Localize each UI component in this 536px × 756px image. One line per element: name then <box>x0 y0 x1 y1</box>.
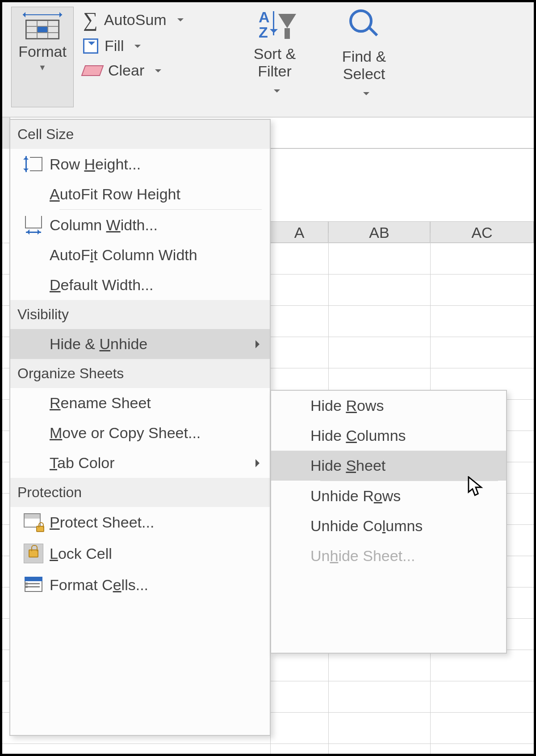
find-label-2: Select <box>324 65 404 83</box>
submenu-unhide-cols[interactable]: Unhide Columns <box>271 511 506 541</box>
menu-hide-unhide[interactable]: Hide & Unhide <box>10 329 270 359</box>
menu-col-width[interactable]: Column Width... <box>10 210 270 240</box>
format-button[interactable]: Format ▼ <box>11 7 74 107</box>
menu-tab-color[interactable]: Tab Color <box>10 448 270 478</box>
menu-col-width-label: Column Width... <box>50 216 264 234</box>
sort-filter-button[interactable]: AZ Sort & Filter <box>239 8 310 97</box>
lock-cell-icon <box>24 544 43 563</box>
row-height-icon <box>25 155 42 173</box>
format-label: Format <box>12 43 73 60</box>
chevron-right-icon <box>255 459 264 467</box>
menu-row-height[interactable]: Row Height... <box>10 149 270 179</box>
submenu-hide-cols-label: Hide Columns <box>310 427 500 444</box>
menu-autofit-row[interactable]: AutoFit Row Height <box>10 179 270 209</box>
menu-format-cells[interactable]: Format Cells... <box>10 570 270 600</box>
menu-format-cells-label: Format Cells... <box>50 576 264 594</box>
format-dropdown-caret: ▼ <box>12 63 73 72</box>
submenu-unhide-sheet-label: Unhide Sheet... <box>310 547 500 565</box>
fill-button[interactable]: Fill <box>80 34 228 58</box>
submenu-hide-sheet-label: Hide Sheet <box>310 457 500 474</box>
format-cells-icon <box>24 576 43 594</box>
hide-unhide-submenu: Hide Rows Hide Columns Hide Sheet Unhide… <box>270 390 507 654</box>
menu-autofit-row-label: AutoFit Row Height <box>50 186 264 203</box>
menu-autofit-col-label: AutoFit Column Width <box>50 246 264 264</box>
menu-move-copy[interactable]: Move or Copy Sheet... <box>10 418 270 448</box>
submenu-unhide-rows[interactable]: Unhide Rows <box>271 481 506 511</box>
clear-label: Clear <box>108 62 144 79</box>
find-select-button[interactable]: Find & Select <box>324 8 404 100</box>
autosum-label: AutoSum <box>104 11 167 29</box>
submenu-hide-cols[interactable]: Hide Columns <box>271 421 506 451</box>
ribbon-strip: Format ▼ ∑ AutoSum Fill Clear AZ Sort & <box>2 2 534 118</box>
format-menu: Cell Size Row Height... AutoFit Row Heig… <box>9 119 271 736</box>
app-frame: Format ▼ ∑ AutoSum Fill Clear AZ Sort & <box>0 0 536 756</box>
menu-protect-sheet[interactable]: Protect Sheet... <box>10 507 270 537</box>
magnifier-icon <box>347 8 381 43</box>
submenu-unhide-sheet: Unhide Sheet... <box>271 541 506 571</box>
menu-default-width[interactable]: Default Width... <box>10 270 270 300</box>
autosum-button[interactable]: ∑ AutoSum <box>80 6 228 34</box>
menu-row-height-label: Row Height... <box>50 156 264 173</box>
clear-button[interactable]: Clear <box>80 58 228 83</box>
format-icon <box>23 13 62 40</box>
menu-move-copy-label: Move or Copy Sheet... <box>50 424 264 442</box>
protect-sheet-icon <box>24 513 43 531</box>
submenu-hide-sheet[interactable]: Hide Sheet <box>271 451 506 481</box>
menu-lock-cell-label: Lock Cell <box>50 545 264 562</box>
fill-icon <box>83 38 98 54</box>
section-cell-size: Cell Size <box>10 120 270 149</box>
submenu-hide-rows-label: Hide Rows <box>310 397 500 414</box>
submenu-unhide-cols-label: Unhide Columns <box>310 517 500 535</box>
find-label-1: Find & <box>324 48 404 65</box>
section-visibility: Visibility <box>10 300 270 329</box>
chevron-right-icon <box>255 340 264 348</box>
section-organize: Organize Sheets <box>10 359 270 388</box>
sort-filter-icon: AZ <box>257 8 293 41</box>
sigma-icon: ∑ <box>83 9 98 30</box>
submenu-unhide-rows-label: Unhide Rows <box>310 487 500 505</box>
menu-lock-cell[interactable]: Lock Cell <box>10 537 270 570</box>
menu-hide-unhide-label: Hide & Unhide <box>50 335 255 353</box>
submenu-hide-rows[interactable]: Hide Rows <box>271 391 506 421</box>
menu-rename-sheet-label: Rename Sheet <box>50 394 264 412</box>
section-protection: Protection <box>10 478 270 507</box>
menu-rename-sheet[interactable]: Rename Sheet <box>10 388 270 418</box>
menu-tab-color-label: Tab Color <box>50 454 255 472</box>
menu-default-width-label: Default Width... <box>50 276 264 294</box>
sort-label-2: Filter <box>239 63 310 80</box>
sort-label-1: Sort & <box>239 45 310 63</box>
editing-group: ∑ AutoSum Fill Clear <box>80 2 228 118</box>
fill-label: Fill <box>105 37 124 55</box>
col-width-icon <box>23 216 44 234</box>
menu-protect-sheet-label: Protect Sheet... <box>50 514 264 531</box>
menu-autofit-col[interactable]: AutoFit Column Width <box>10 240 270 270</box>
eraser-icon <box>81 65 104 76</box>
